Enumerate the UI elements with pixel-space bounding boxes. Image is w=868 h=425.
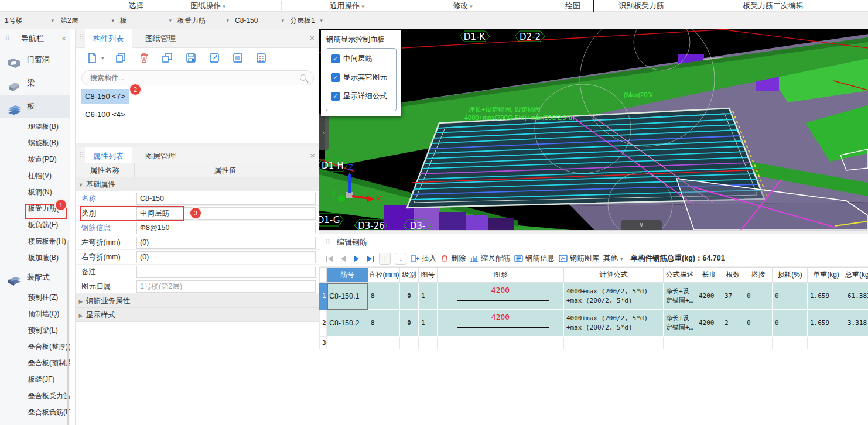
right-bend-value-field[interactable]: (0) — [136, 251, 316, 263]
close-icon[interactable]: × — [61, 29, 66, 48]
sidebar-category-door-window[interactable]: 门窗洞 — [0, 48, 70, 71]
cell-empty[interactable] — [327, 337, 368, 349]
layer-copy-button[interactable] — [160, 51, 175, 65]
cell-loss[interactable]: 0 — [773, 310, 808, 337]
list-item-c6-100[interactable]: C6-100 <4> — [81, 107, 129, 122]
col-header-grade[interactable]: 级别 — [400, 268, 419, 283]
close-icon[interactable]: × — [309, 33, 315, 43]
sidebar-item-slab-hole[interactable]: 板洞(N) — [0, 184, 70, 200]
copy-component-button[interactable] — [114, 51, 128, 65]
search-icon[interactable] — [300, 74, 306, 81]
menu-select[interactable]: 选择 — [128, 0, 143, 12]
cell-total-weight[interactable]: 3.318 — [845, 310, 868, 337]
pick-component-button[interactable] — [207, 51, 221, 65]
row-number[interactable]: 3 — [320, 337, 327, 349]
cell-length[interactable]: 4200 — [696, 310, 722, 337]
sidebar-item-composite-slab-rebar[interactable]: 叠合板受力筋(S) — [0, 388, 70, 404]
sidebar-category-beam[interactable]: 梁 — [0, 71, 70, 95]
rebar-row-2[interactable]: 2 C8-150.2 8 Φ 1 4200 4000+max (200/2, 5… — [320, 310, 868, 337]
cell-empty[interactable] — [808, 337, 845, 349]
sidebar-item-composite-slab-full[interactable]: 叠合板(整厚)(B) — [0, 338, 70, 355]
scale-rebar-button[interactable]: 缩尺配筋 — [470, 253, 510, 263]
other-menu-button[interactable]: 其他 ▾ — [603, 253, 623, 263]
close-icon[interactable]: × — [310, 150, 315, 160]
search-input[interactable] — [90, 72, 289, 84]
checkbox-checked-icon[interactable]: ✓ — [331, 92, 340, 101]
sidebar-item-spiral-slab[interactable]: 螺旋板(B) — [0, 135, 70, 151]
cell-grade[interactable]: Φ — [400, 283, 419, 310]
batch-check-button[interactable] — [254, 51, 268, 65]
sidebar-item-column-cap[interactable]: 柱帽(V) — [0, 167, 70, 184]
checkbox-checked-icon[interactable]: ✓ — [331, 54, 340, 63]
left-bend-value-field[interactable]: (0) — [136, 237, 316, 249]
collapse-bottom-handle[interactable]: ∨ — [621, 220, 662, 230]
delete-component-button[interactable] — [137, 51, 151, 65]
cell-empty[interactable] — [400, 337, 419, 349]
layer-slab-select[interactable]: 分层板1▾ — [286, 14, 323, 27]
cell-formula-desc[interactable]: 净长+设定锚固+… — [664, 310, 696, 337]
cell-rebar-id[interactable]: C8-150.2 — [327, 310, 368, 337]
col-header-lap[interactable]: 搭接 — [744, 268, 773, 283]
sidebar-scrollbar[interactable] — [67, 240, 69, 425]
insert-button[interactable]: 插入 — [411, 253, 436, 263]
cell-formula[interactable]: 4000+max (200/2, 5*d) +max (200/2, 5*d) — [564, 310, 664, 337]
cell-shape[interactable]: 4200 — [438, 310, 564, 337]
cell-empty[interactable] — [773, 337, 808, 349]
cell-empty[interactable] — [419, 337, 438, 349]
sidebar-item-composite-slab-negative[interactable]: 叠合板负筋(F) — [0, 404, 70, 420]
menu-general-ops[interactable]: 通用操作▾ — [329, 0, 364, 12]
menu-draw[interactable]: 绘图 — [565, 0, 580, 12]
drag-handle-icon[interactable]: ⠿ — [325, 234, 330, 251]
sidebar-item-slab-negative-rebar[interactable]: 板负筋(F) — [0, 217, 70, 233]
group-display-style[interactable]: ▶显示样式 — [76, 308, 320, 322]
cell-rebar-id[interactable]: C8-150.1 — [327, 283, 368, 310]
previous-row-button[interactable] — [339, 255, 348, 263]
col-header-shape[interactable]: 图形 — [438, 268, 564, 283]
row-number[interactable]: 1 — [320, 283, 327, 310]
col-header-unit-weight[interactable]: 单重(kg) — [808, 268, 845, 283]
cell-empty[interactable] — [722, 337, 744, 349]
floor-select[interactable]: 第2层▾ — [57, 14, 114, 27]
group-basic-properties[interactable]: ▼基础属性 — [76, 177, 320, 191]
rebar-row-3[interactable]: 3 — [320, 337, 868, 349]
col-header-formula[interactable]: 计算公式 — [564, 268, 664, 283]
cell-empty[interactable] — [368, 337, 400, 349]
sidebar-item-ramp[interactable]: 坡道(PD) — [0, 151, 70, 167]
col-header-formula-desc[interactable]: 公式描述 — [664, 268, 696, 283]
sidebar-item-slab-haunch[interactable]: 板加腋(B) — [0, 249, 70, 266]
cell-loss[interactable]: 0 — [773, 283, 808, 310]
cell-shape[interactable]: 4200 — [438, 283, 564, 310]
cell-length[interactable]: 4200 — [696, 283, 722, 310]
row-number[interactable]: 2 — [320, 310, 327, 337]
building-select[interactable]: 1号楼▾ — [1, 14, 54, 27]
cell-empty[interactable] — [696, 337, 722, 349]
delete-button[interactable]: 删除 — [440, 253, 466, 263]
rebar-library-button[interactable]: 钢筋图库 — [559, 253, 599, 263]
sidebar-item-cast-slab[interactable]: 现浇板(B) — [0, 118, 70, 135]
menu-modify[interactable]: 修改▾ — [453, 0, 473, 12]
drag-handle-icon[interactable]: ⠿ — [79, 33, 84, 42]
cell-lap[interactable]: 0 — [744, 283, 773, 310]
menu-identify-slab-rebar[interactable]: 识别板受力筋 — [618, 0, 664, 12]
category-value-field[interactable]: 中间层筋 — [136, 207, 316, 220]
save-component-button[interactable] — [184, 51, 198, 65]
move-up-button[interactable]: ↑ — [379, 253, 391, 265]
checkbox-checked-icon[interactable]: ✓ — [331, 73, 340, 82]
cell-diameter[interactable]: 8 — [368, 310, 400, 337]
cell-empty[interactable] — [664, 337, 696, 349]
last-row-button[interactable] — [365, 255, 375, 263]
col-header-count[interactable]: 根数 — [722, 268, 744, 283]
cell-empty[interactable] — [845, 337, 868, 349]
rebar-type-select[interactable]: 板受力筋▾ — [174, 14, 229, 27]
list-item-c8-150[interactable]: C8-150 <7> — [81, 89, 129, 104]
menu-drawing-ops[interactable]: 图纸操作▾ — [190, 0, 225, 12]
tab-drawing-management[interactable]: 图纸管理 — [137, 29, 184, 48]
collapse-left-handle[interactable]: ‹ — [319, 114, 329, 150]
move-down-button[interactable]: ↓ — [395, 253, 406, 265]
sidebar-item-composite-slab-precast[interactable]: 叠合板(预制底板). — [0, 355, 70, 371]
menu-slab-rebar-secondary-edit[interactable]: 板受力筋二次编辑 — [743, 0, 804, 12]
sidebar-item-precast-column[interactable]: 预制柱(Z) — [0, 289, 70, 306]
first-row-button[interactable] — [325, 255, 334, 263]
cell-count[interactable]: 37 — [722, 283, 744, 310]
drag-handle-icon[interactable]: ⠿ — [79, 151, 84, 159]
